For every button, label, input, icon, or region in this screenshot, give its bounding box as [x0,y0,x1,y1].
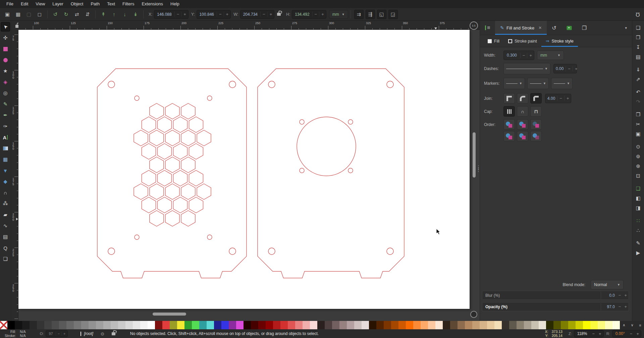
hex-vent-cutout[interactable] [181,104,195,119]
color-swatch[interactable] [428,321,435,329]
color-swatch[interactable] [347,321,354,329]
lock-selected-button[interactable]: ◧ [634,194,643,203]
x-input[interactable]: 146.088−+ [154,10,189,19]
hex-vent-cutout[interactable] [150,184,164,200]
selector-tool[interactable]: ➤ [1,22,10,31]
horizontal-ruler[interactable]: 100125150175200225250275300325350375 [18,21,480,30]
color-swatch[interactable] [310,321,317,329]
cap-butt-button[interactable] [503,106,515,117]
color-swatch[interactable] [81,321,89,329]
color-swatch[interactable] [376,321,384,329]
color-swatch[interactable] [443,321,450,329]
blend-mode-dropdown[interactable]: Normal ▼ [591,280,624,289]
decrement-button[interactable]: − [628,331,635,336]
undo-button[interactable]: ↶ [634,88,643,96]
swatch-none[interactable] [0,321,7,329]
fill-stroke-indicator[interactable]: Fill: N/A Stroke: N/A [5,330,26,338]
color-swatch[interactable] [450,321,458,329]
order-markers-fill-stroke-button[interactable] [530,119,542,130]
color-swatch[interactable] [369,321,376,329]
hex-vent-cutout[interactable] [165,211,179,226]
canvas-area[interactable] [18,30,480,321]
color-swatch[interactable] [458,321,465,329]
decrement-button[interactable]: − [590,331,597,336]
corner-hole[interactable] [229,248,236,255]
zoom-page-button[interactable]: ⊛ [634,162,643,171]
flip-horizontal-button[interactable]: ⇄ [72,9,82,19]
tab-export[interactable] [561,21,577,35]
transform-gradient-toggle[interactable]: ◲ [388,10,398,19]
decrement-button[interactable]: − [520,53,527,58]
pages-tool[interactable]: ❏ [1,254,10,264]
hex-vent-cutout[interactable] [158,117,172,133]
hex-vent-cutout[interactable] [150,157,164,173]
mount-hole[interactable] [135,96,139,100]
pen-tool[interactable]: ✒ [1,111,10,120]
hex-vent-cutout[interactable] [165,157,179,173]
hex-vent-cutout[interactable] [181,184,195,200]
hex-vent-cutout[interactable] [134,184,148,200]
dash-offset-input[interactable]: 0.00 − + [553,64,577,73]
hex-vent-cutout[interactable] [142,197,156,213]
hex-vent-cutout[interactable] [197,130,211,146]
new-document-button[interactable]: ❏ [634,23,643,32]
tab-document[interactable]: ❐ [577,21,592,35]
corner-hole[interactable] [108,248,115,255]
color-swatch[interactable] [207,321,214,329]
order-markers-stroke-fill-button[interactable] [530,131,542,141]
zoom-fit-button[interactable]: ⊡ [634,172,643,180]
color-swatch[interactable] [598,321,605,329]
color-swatch[interactable] [605,321,612,329]
fan-mount-hole[interactable] [300,120,304,124]
order-stroke-markers-fill-button[interactable] [517,131,528,141]
text-tool[interactable]: A [1,133,10,142]
increment-button[interactable]: + [267,12,274,17]
color-swatch[interactable] [66,321,74,329]
ellipse-tool[interactable] [1,55,10,65]
color-swatch[interactable] [7,321,15,329]
increment-button[interactable]: + [623,293,629,298]
color-swatch[interactable] [288,321,295,329]
hex-vent-cutout[interactable] [189,117,203,133]
color-swatch[interactable] [30,321,37,329]
color-swatch[interactable] [170,321,177,329]
unlock-all-button[interactable]: ◨ [634,204,643,212]
fan-mount-hole[interactable] [348,168,353,173]
color-swatch[interactable] [155,321,162,329]
color-swatch[interactable] [184,321,192,329]
lower-to-bottom-button[interactable]: ↡ [130,9,141,19]
color-swatch[interactable] [15,321,22,329]
color-swatch[interactable] [487,321,494,329]
menu-path[interactable]: Path [87,0,103,8]
corner-hole[interactable] [268,81,275,88]
cap-round-button[interactable]: ∩ [517,106,528,117]
horizontal-scrollbar[interactable] [153,313,186,316]
menu-edit[interactable]: Edit [17,0,32,8]
color-swatch[interactable] [502,321,509,329]
hex-vent-cutout[interactable] [150,130,164,146]
increment-button[interactable]: + [634,331,641,336]
selection-frame-button[interactable]: ◻ [35,9,45,19]
color-swatch[interactable] [325,321,332,329]
hex-vent-cutout[interactable] [150,104,164,119]
hex-vent-cutout[interactable] [142,171,156,186]
unit-dropdown[interactable]: mm ▼ [329,10,348,19]
color-swatch[interactable] [258,321,266,329]
color-swatch[interactable] [590,321,598,329]
color-swatch[interactable] [612,321,620,329]
plate-outline-2[interactable] [258,69,404,278]
raise-to-top-button[interactable]: ↟ [98,9,108,19]
lock-width-height-icon[interactable] [277,13,281,16]
tab-history[interactable]: ↺ [547,21,561,35]
color-swatch[interactable] [303,321,310,329]
color-swatch[interactable] [354,321,362,329]
palette-menu-icon[interactable]: ≡ [639,323,641,327]
color-swatch[interactable] [44,321,52,329]
rotate-cw-button[interactable]: ↻ [61,9,71,19]
color-swatch[interactable] [546,321,553,329]
move-as-group-toggle[interactable]: ⇉ [354,10,364,19]
color-swatch[interactable] [244,321,251,329]
document-page[interactable] [18,30,470,309]
increment-button[interactable]: + [527,53,534,58]
mesh-gradient-tool[interactable]: ▦ [1,155,10,164]
